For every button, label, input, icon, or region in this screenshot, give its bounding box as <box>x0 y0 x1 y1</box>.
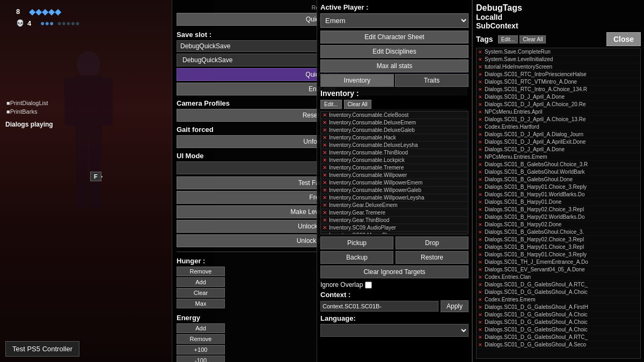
inventory-item-remove[interactable]: ✕ <box>323 135 327 141</box>
inventory-item: ✕Inventory.Consumable.Hack <box>321 134 468 142</box>
apply-button[interactable]: Apply <box>441 300 469 312</box>
inventory-item: ✕Inventory.Consumable.DeluxeGaleb <box>321 127 468 134</box>
tag-remove[interactable]: ✕ <box>478 282 482 287</box>
inventory-item-remove[interactable]: ✕ <box>323 150 327 156</box>
hunger-max-button[interactable]: Max <box>177 299 225 308</box>
tag-remove[interactable]: ✕ <box>478 342 482 348</box>
tag-remove[interactable]: ✕ <box>478 177 482 182</box>
inventory-clear-all-button[interactable]: Clear All <box>344 100 371 109</box>
tag-remove[interactable]: ✕ <box>478 305 482 310</box>
inventory-item-remove[interactable]: ✕ <box>323 195 327 201</box>
tab-inventory[interactable]: Inventory <box>320 74 394 87</box>
tag-remove[interactable]: ✕ <box>478 117 482 122</box>
language-select[interactable] <box>320 324 469 337</box>
tag-remove[interactable]: ✕ <box>478 260 482 265</box>
tag-remove[interactable]: ✕ <box>478 290 482 295</box>
inventory-item-remove[interactable]: ✕ <box>323 217 327 223</box>
inventory-item-remove[interactable]: ✕ <box>323 157 327 163</box>
hunger-clear-button[interactable]: Clear <box>177 288 225 298</box>
print-barks-btn[interactable]: ■PrintBarks <box>5 108 49 115</box>
hunger-add-button[interactable]: Add <box>177 277 225 287</box>
tag-remove[interactable]: ✕ <box>478 245 482 250</box>
inventory-item-name: Inventory.Gear.ThinBlood <box>329 217 390 223</box>
tag-remove[interactable]: ✕ <box>478 230 482 235</box>
edit-character-sheet-button[interactable]: Edit Character Sheet <box>320 31 469 43</box>
max-all-stats-button[interactable]: Max all stats <box>320 60 469 72</box>
inventory-edit-button[interactable]: Edit... <box>320 100 342 109</box>
inventory-item-remove[interactable]: ✕ <box>323 112 327 118</box>
tag-name: Dialogs.SC01_B_Harpy01.Choice_3.Repl <box>485 244 584 250</box>
tag-remove[interactable]: ✕ <box>478 79 482 85</box>
tag-remove[interactable]: ✕ <box>478 49 482 55</box>
active-player-select[interactable]: Emem <box>320 13 469 28</box>
tag-remove[interactable]: ✕ <box>478 267 482 272</box>
inventory-item-remove[interactable]: ✕ <box>323 202 327 208</box>
tag-remove[interactable]: ✕ <box>478 94 482 100</box>
inventory-item-remove[interactable]: ✕ <box>323 180 327 186</box>
tab-traits[interactable]: Traits <box>395 74 469 87</box>
tag-item: ✕Codex.Entries.Hartford <box>477 123 640 131</box>
inventory-item-remove[interactable]: ✕ <box>323 232 327 234</box>
inventory-item-remove[interactable]: ✕ <box>323 165 327 171</box>
tag-remove[interactable]: ✕ <box>478 215 482 220</box>
inventory-item-remove[interactable]: ✕ <box>323 225 327 231</box>
backup-button[interactable]: Backup <box>320 251 393 264</box>
inventory-item-remove[interactable]: ✕ <box>323 120 327 125</box>
tag-item: ✕System.Save.LevelInitialized <box>477 56 640 63</box>
close-button[interactable]: Close <box>606 32 641 46</box>
tag-item: ✕Dialogs.SC01_B_GalebsGhoul.Done <box>477 176 640 183</box>
inventory-item-remove[interactable]: ✕ <box>323 172 327 178</box>
energy-add-button[interactable]: Add <box>177 323 225 333</box>
tag-remove[interactable]: ✕ <box>478 132 482 137</box>
tag-remove[interactable]: ✕ <box>478 184 482 190</box>
tag-remove[interactable]: ✕ <box>478 162 482 167</box>
hunger-remove-button[interactable]: Remove <box>177 267 225 276</box>
tag-remove[interactable]: ✕ <box>478 200 482 205</box>
tag-remove[interactable]: ✕ <box>478 297 482 302</box>
tag-remove[interactable]: ✕ <box>478 64 482 70</box>
clear-ignored-targets-button[interactable]: Clear Ignored Targets <box>320 265 469 278</box>
tag-name: Dialogs.SC01_B_Harpy02.Choice_3.Repl <box>485 206 584 212</box>
energy-plus100-button[interactable]: +100 <box>177 345 225 354</box>
edit-disciplines-button[interactable]: Edit Disciplines <box>320 45 469 58</box>
tag-remove[interactable]: ✕ <box>478 335 482 340</box>
restore-button[interactable]: Restore <box>396 251 469 264</box>
tag-remove[interactable]: ✕ <box>478 154 482 160</box>
tag-remove[interactable]: ✕ <box>478 124 482 130</box>
tag-remove[interactable]: ✕ <box>478 320 482 325</box>
tag-remove[interactable]: ✕ <box>478 169 482 175</box>
tag-remove[interactable]: ✕ <box>478 237 482 242</box>
tag-item: ✕Dialogs.SC01_D_G_GalebsGhoul_A.Choic <box>477 289 640 296</box>
inventory-item-name: Inventory.Consumable.CeleBoost <box>329 112 408 118</box>
energy-remove-button[interactable]: Remove <box>177 334 225 344</box>
tag-remove[interactable]: ✕ <box>478 87 482 92</box>
tag-remove[interactable]: ✕ <box>478 275 482 280</box>
ignore-overlap-checkbox[interactable] <box>365 282 372 289</box>
tag-remove[interactable]: ✕ <box>478 57 482 62</box>
tag-remove[interactable]: ✕ <box>478 102 482 107</box>
tag-remove[interactable]: ✕ <box>478 222 482 227</box>
tag-remove[interactable]: ✕ <box>478 252 482 257</box>
tags-clear-all-button[interactable]: Clear All <box>519 35 546 43</box>
pickup-button[interactable]: Pickup <box>320 237 393 249</box>
tag-remove[interactable]: ✕ <box>478 192 482 197</box>
test-ps5-button[interactable]: Test PS5 Controller <box>5 341 79 357</box>
tag-remove[interactable]: ✕ <box>478 147 482 152</box>
inventory-item-name: Inventory.Gear.DeluxeEmem <box>329 202 398 208</box>
tag-item: ✕Dialogs.SC01_RTC_IntroPriescienceHalse <box>477 71 640 78</box>
tag-remove[interactable]: ✕ <box>478 139 482 145</box>
inventory-item-remove[interactable]: ✕ <box>323 187 327 193</box>
tag-remove[interactable]: ✕ <box>478 312 482 317</box>
print-dialog-list-btn[interactable]: ■PrintDialogList <box>5 99 49 107</box>
tag-remove[interactable]: ✕ <box>478 327 482 333</box>
tag-remove[interactable]: ✕ <box>478 207 482 212</box>
inventory-item-remove[interactable]: ✕ <box>323 142 327 148</box>
energy-minus100-button[interactable]: -100 <box>177 356 225 362</box>
drop-button[interactable]: Drop <box>396 237 469 249</box>
tags-edit-button[interactable]: Edit... <box>498 35 518 43</box>
tag-remove[interactable]: ✕ <box>478 109 482 115</box>
context-input[interactable] <box>320 301 438 312</box>
tag-remove[interactable]: ✕ <box>478 72 482 77</box>
inventory-item-remove[interactable]: ✕ <box>323 210 327 216</box>
inventory-item-remove[interactable]: ✕ <box>323 127 327 133</box>
